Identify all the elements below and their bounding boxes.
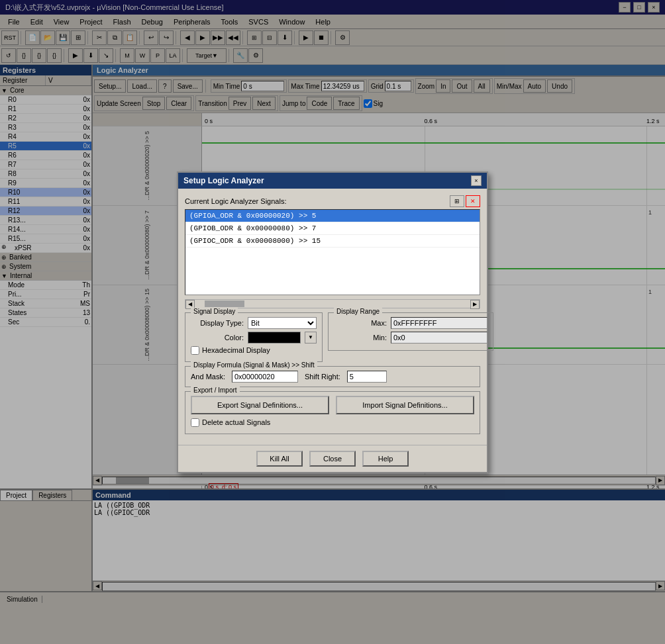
modal-footer: Kill All Close Help [178, 445, 487, 472]
signal-list-hscroll[interactable]: ◀ ▶ [185, 299, 480, 308]
export-import-row: Export Signal Definitions... Import Sign… [191, 396, 474, 414]
color-box [248, 332, 301, 344]
color-picker-btn[interactable]: ▼ [305, 332, 317, 344]
signal-item-3[interactable]: (GPIOC_ODR & 0x00008000) >> 15 [185, 235, 480, 248]
max-label: Max: [334, 319, 387, 327]
export-btn[interactable]: Export Signal Definitions... [191, 396, 329, 414]
modal-overlay: Setup Logic Analyzer × Current Logic Ana… [0, 0, 665, 644]
max-row: Max: [334, 317, 487, 329]
signal-edit-btn[interactable]: ⊞ [450, 195, 464, 207]
hex-display-row: Hexadecimal Display [191, 346, 317, 355]
min-label: Min: [334, 334, 387, 342]
signal-delete-btn[interactable]: ✕ [466, 195, 480, 207]
signal-item-1[interactable]: (GPIOA_ODR & 0x00000020) >> 5 [185, 210, 480, 222]
display-range-section: Display Range Max: Min: [328, 312, 493, 366]
hex-display-checkbox[interactable] [191, 346, 199, 355]
signal-list: (GPIOA_ODR & 0x00000020) >> 5 (GPIOB_ODR… [185, 209, 480, 295]
modal-close-btn[interactable]: × [471, 175, 482, 186]
two-col-section: Signal Display Display Type: Bit Analog … [185, 312, 480, 366]
setup-la-modal: Setup Logic Analyzer × Current Logic Ana… [177, 171, 488, 473]
signal-display-box: Signal Display Display Type: Bit Analog … [185, 312, 323, 362]
export-import-section: Export / Import Export Signal Definition… [185, 391, 480, 434]
delete-signals-checkbox[interactable] [191, 418, 199, 427]
color-row: Color: ▼ [191, 332, 317, 344]
display-range-box: Display Range Max: Min: [328, 312, 493, 351]
shift-right-input[interactable] [347, 371, 387, 383]
display-type-label: Display Type: [191, 319, 244, 327]
signal-item-2[interactable]: (GPIOB_ODR & 0x00000080) >> 7 [185, 222, 480, 235]
min-row: Min: [334, 332, 487, 344]
formula-section: Display Formula (Signal & Mask) >> Shift… [185, 366, 480, 387]
shift-right-label: Shift Right: [305, 373, 340, 381]
display-range-title: Display Range [334, 308, 382, 315]
sig-scroll-right[interactable]: ▶ [470, 300, 480, 309]
kill-all-btn[interactable]: Kill All [256, 451, 303, 467]
formula-title: Display Formula (Signal & Mask) >> Shift [191, 361, 317, 369]
and-mask-input[interactable] [232, 371, 298, 383]
delete-signals-row: Delete actual Signals [191, 418, 474, 427]
export-import-title: Export / Import [191, 387, 240, 394]
display-type-select[interactable]: Bit Analog State [248, 317, 317, 329]
signals-section-label: Current Logic Analyzer Signals: [185, 197, 286, 205]
sig-scroll-track[interactable] [195, 300, 470, 308]
modal-title-bar: Setup Logic Analyzer × [178, 173, 487, 189]
sig-scroll-thumb[interactable] [205, 300, 244, 307]
signal-list-toolbar: ⊞ ✕ [450, 195, 480, 207]
max-input[interactable] [391, 317, 487, 329]
formula-row: And Mask: Shift Right: [191, 371, 474, 383]
help-btn[interactable]: Help [362, 451, 409, 467]
signal-display-section: Signal Display Display Type: Bit Analog … [185, 312, 323, 366]
color-label: Color: [191, 334, 244, 342]
modal-body: Current Logic Analyzer Signals: ⊞ ✕ (GPI… [178, 189, 487, 445]
close-btn[interactable]: Close [309, 451, 356, 467]
min-input[interactable] [391, 332, 487, 344]
signals-section-header: Current Logic Analyzer Signals: ⊞ ✕ [185, 195, 480, 207]
signal-display-title: Signal Display [191, 308, 238, 315]
modal-title-text: Setup Logic Analyzer [183, 176, 264, 185]
hex-display-label: Hexadecimal Display [202, 346, 270, 354]
import-btn[interactable]: Import Signal Definitions... [336, 396, 474, 414]
and-mask-label: And Mask: [191, 373, 225, 381]
display-type-row: Display Type: Bit Analog State [191, 317, 317, 329]
delete-signals-label: Delete actual Signals [202, 418, 270, 426]
